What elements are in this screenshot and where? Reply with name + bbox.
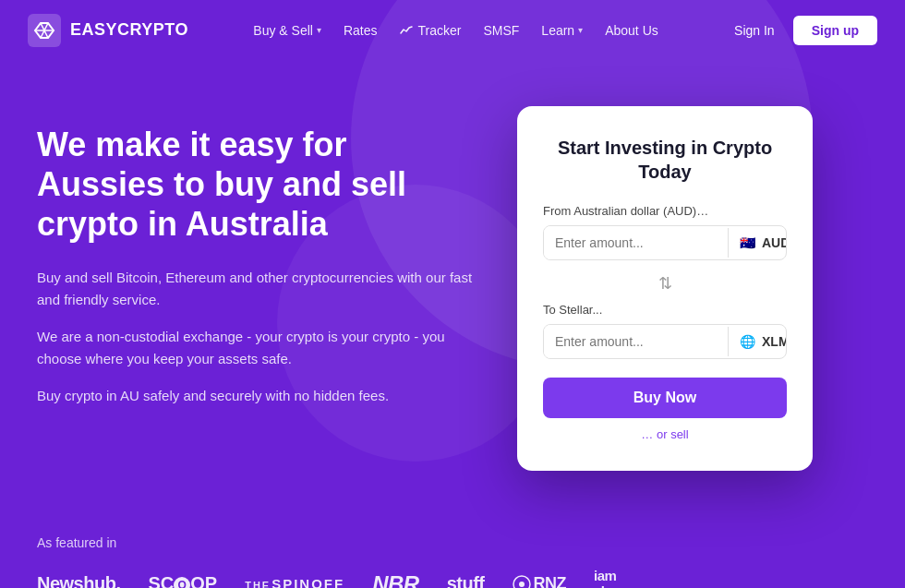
aud-flag: 🇦🇺 [738,236,756,249]
sign-up-button[interactable]: Sign up [793,16,877,45]
logo[interactable]: EASYCRYPTO [28,14,188,47]
newshub-logo: Newshub. [37,573,120,588]
scoop-logo: SCOOP [148,573,217,588]
chevron-down-icon: ▾ [317,25,321,35]
nav-rates[interactable]: Rates [334,18,387,43]
featured-label: As featured in [37,535,868,550]
easycrypto-logo-icon [28,14,61,47]
rnz-logo: RNZ [513,574,567,588]
nbr-logo: NBR [372,571,419,589]
from-label: From Australian dollar (AUD)… [543,204,787,218]
tracker-icon [400,26,413,35]
svg-point-3 [519,582,525,587]
from-currency-button[interactable]: 🇦🇺 AUD ▾ [728,228,787,258]
to-input-row: 🌐 XLM ▾ [543,324,787,359]
hero-title: We make it easy for Aussies to buy and s… [37,125,480,245]
swap-icon-row: ⇅ [543,273,787,294]
chevron-down-icon: ▾ [578,25,583,35]
xlm-flag: 🌐 [738,335,756,348]
nav-about-us[interactable]: About Us [596,18,668,43]
swap-arrows-icon: ⇅ [658,273,672,294]
to-currency-label: XLM [762,334,787,349]
from-amount-input[interactable] [544,226,728,259]
invest-card: Start Investing in Crypto Today From Aus… [517,106,813,471]
rnz-icon [513,575,531,588]
header: EASYCRYPTO Buy & Sell ▾ Rates Tracker SM… [0,0,905,60]
nav-learn[interactable]: Learn ▾ [532,18,592,43]
stuff-logo: stuff [447,573,485,588]
logo-text: EASYCRYPTO [70,20,188,40]
or-sell-link[interactable]: … or sell [543,427,787,441]
main-nav: Buy & Sell ▾ Rates Tracker SMSF Learn ▾ … [244,18,667,43]
to-amount-input[interactable] [544,325,728,358]
from-currency-label: AUD [762,235,787,250]
hero-desc-1: Buy and sell Bitcoin, Ethereum and other… [37,267,480,311]
card-title: Start Investing in Crypto Today [543,136,787,184]
hero-section: We make it easy for Aussies to buy and s… [0,60,905,508]
from-input-row: 🇦🇺 AUD ▾ [543,225,787,260]
nav-smsf[interactable]: SMSF [474,18,528,43]
header-actions: Sign In Sign up [723,16,877,45]
spinoff-logo: THESPINOFF [245,576,344,588]
featured-section: As featured in Newshub. SCOOP THESPINOFF… [0,508,905,588]
hero-desc-2: We are a non-custodial exchange - your c… [37,326,480,370]
to-label: To Stellar... [543,303,787,317]
hero-desc-3: Buy crypto in AU safely and securely wit… [37,385,480,407]
nav-tracker[interactable]: Tracker [391,18,471,43]
press-logos-row: Newshub. SCOOP THESPINOFF NBR stuff RNZ … [37,569,868,588]
hero-content: We make it easy for Aussies to buy and s… [37,106,480,407]
iamshow-logo: iamshow [594,569,627,588]
buy-now-button[interactable]: Buy Now [543,378,787,418]
nav-buy-sell[interactable]: Buy & Sell ▾ [244,18,331,43]
sign-in-button[interactable]: Sign In [723,18,786,43]
to-currency-button[interactable]: 🌐 XLM ▾ [728,327,787,356]
